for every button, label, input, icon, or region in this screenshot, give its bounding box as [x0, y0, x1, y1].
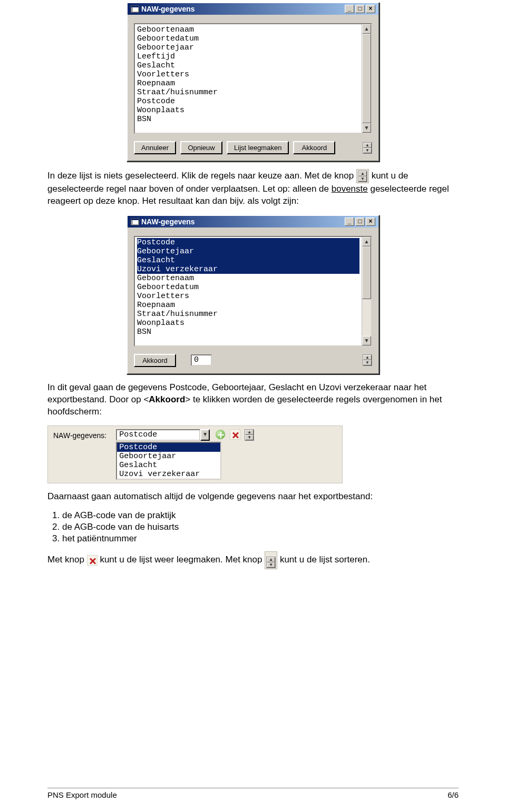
list-item[interactable]: Roepnaam	[137, 79, 359, 88]
paragraph-3: Daarnaast gaan automatisch altijd de vol…	[47, 491, 459, 503]
close-button[interactable]: ×	[366, 5, 375, 13]
annuleer-button[interactable]: Annuleer	[134, 141, 176, 154]
reorder-spinner[interactable]: ▲ ▼	[363, 142, 372, 154]
sort-spinner-inline-icon: ▲▼	[265, 551, 277, 569]
scroll-up-button[interactable]: ▲	[362, 24, 371, 34]
spin-up-icon[interactable]: ▲	[363, 143, 372, 148]
naw-window-2: NAW-gegevens _ □ × PostcodeGeboortejaarG…	[126, 215, 380, 374]
spin-down-icon[interactable]: ▼	[363, 148, 372, 153]
scroll-thumb[interactable]	[362, 246, 371, 299]
window-title: NAW-gegevens	[141, 217, 195, 226]
naw-window-1: NAW-gegevens _ □ × GeboortenaamGeboorted…	[126, 2, 380, 162]
add-icon[interactable]	[215, 429, 226, 440]
list-item[interactable]: Geboortenaam	[137, 25, 359, 34]
delete-icon[interactable]	[230, 429, 240, 440]
list-item[interactable]: Postcode	[137, 238, 359, 247]
list-item: het patiëntnummer	[62, 533, 459, 544]
list-item[interactable]: Geboortenaam	[137, 274, 359, 283]
scroll-up-button[interactable]: ▲	[362, 237, 371, 246]
maximize-button[interactable]: □	[355, 217, 365, 226]
page-footer: PNS Export module 6/6	[47, 788, 459, 799]
numeric-input[interactable]: 0	[191, 354, 212, 366]
mainpanel-strip: NAW-gegevens: Postcode ▼ ▲ ▼ PostcodeGeb…	[47, 425, 343, 483]
list-item[interactable]: Uzovi verzekeraar	[137, 265, 359, 274]
list-item[interactable]: BSN	[137, 115, 359, 124]
list-item[interactable]: Geboortejaar	[137, 43, 359, 52]
titlebar-2[interactable]: NAW-gegevens _ □ ×	[128, 216, 378, 227]
scroll-thumb[interactable]	[362, 34, 371, 123]
spin-down-icon[interactable]: ▼	[245, 435, 254, 440]
list-item[interactable]: Woonplaats	[137, 106, 359, 115]
auto-export-list: de AGB-code van de praktijkde AGB-code v…	[47, 510, 459, 544]
paragraph-2: In dit geval gaan de gegevens Postcode, …	[47, 382, 459, 418]
sort-spinner[interactable]: ▲ ▼	[245, 429, 254, 441]
reorder-spinner-inline-icon: ▲▼	[356, 169, 369, 183]
akkoord-button[interactable]: Akkoord	[134, 354, 176, 367]
footer-left: PNS Export module	[47, 790, 117, 799]
titlebar-1[interactable]: NAW-gegevens _ □ ×	[128, 3, 378, 15]
minimize-button[interactable]: _	[345, 5, 354, 13]
list-item[interactable]: Roepnaam	[137, 301, 359, 310]
field-listbox-1[interactable]: GeboortenaamGeboortedatumGeboortejaarLee…	[134, 23, 372, 134]
reorder-spinner[interactable]: ▲ ▼	[363, 354, 372, 366]
list-item[interactable]: Straat/huisnummer	[137, 88, 359, 97]
dropdown-toggle-button[interactable]: ▼	[200, 429, 210, 441]
dropdown-item[interactable]: Postcode	[117, 443, 220, 452]
listbox-scrollbar[interactable]: ▲ ▼	[362, 24, 371, 133]
list-item[interactable]: Geslacht	[137, 256, 359, 265]
list-item[interactable]: Woonplaats	[137, 319, 359, 328]
paragraph-1: In deze lijst is niets geselecteerd. Kli…	[47, 169, 459, 207]
maximize-button[interactable]: □	[355, 5, 365, 13]
minimize-button[interactable]: _	[345, 217, 354, 226]
dropdown-item[interactable]: Geboortejaar	[117, 452, 220, 461]
list-item[interactable]: Geboortedatum	[137, 34, 359, 43]
list-item[interactable]: Geslacht	[137, 61, 359, 70]
footer-right: 6/6	[447, 790, 459, 799]
list-item[interactable]: Voorletters	[137, 292, 359, 301]
app-icon	[131, 5, 139, 13]
opnieuw-button[interactable]: Opnieuw	[180, 141, 222, 154]
close-button[interactable]: ×	[366, 217, 375, 226]
spin-up-icon[interactable]: ▲	[363, 355, 372, 360]
app-icon	[131, 218, 139, 225]
dropdown-open-list[interactable]: PostcodeGeboortejaarGeslachtUzovi verzek…	[116, 442, 221, 480]
dropdown-item[interactable]: Uzovi verzekeraar	[117, 470, 220, 479]
field-listbox-2[interactable]: PostcodeGeboortejaarGeslachtUzovi verzek…	[134, 236, 372, 346]
list-item: de AGB-code van de huisarts	[62, 522, 459, 532]
delete-icon-inline	[87, 555, 98, 566]
list-item[interactable]: BSN	[137, 328, 359, 336]
listbox-scrollbar[interactable]: ▲ ▼	[362, 237, 371, 345]
scroll-down-button[interactable]: ▼	[362, 336, 371, 345]
list-item[interactable]: Leeftijd	[137, 52, 359, 61]
list-item[interactable]: Postcode	[137, 97, 359, 106]
scroll-down-button[interactable]: ▼	[362, 123, 371, 133]
list-item[interactable]: Voorletters	[137, 70, 359, 79]
list-item[interactable]: Geboortedatum	[137, 283, 359, 292]
paragraph-4: Met knop kunt u de lijst weer leegmaken.…	[47, 551, 459, 569]
list-item[interactable]: Geboortejaar	[137, 247, 359, 256]
list-item: de AGB-code van de praktijk	[62, 510, 459, 521]
akkoord-emphasis: Akkoord	[149, 394, 185, 404]
lijst-leegmaken-button[interactable]: Lijst leegmaken	[227, 141, 289, 154]
mainpanel-label: NAW-gegevens:	[53, 429, 106, 440]
naw-dropdown-display[interactable]: Postcode	[116, 429, 200, 441]
window-title: NAW-gegevens	[141, 5, 195, 13]
bovenste-emphasis: bovenste	[332, 184, 368, 194]
akkoord-button[interactable]: Akkoord	[293, 141, 335, 154]
spin-up-icon[interactable]: ▲	[245, 430, 254, 435]
dropdown-item[interactable]: Geslacht	[117, 461, 220, 470]
spin-down-icon[interactable]: ▼	[363, 360, 372, 365]
list-item[interactable]: Straat/huisnummer	[137, 310, 359, 319]
